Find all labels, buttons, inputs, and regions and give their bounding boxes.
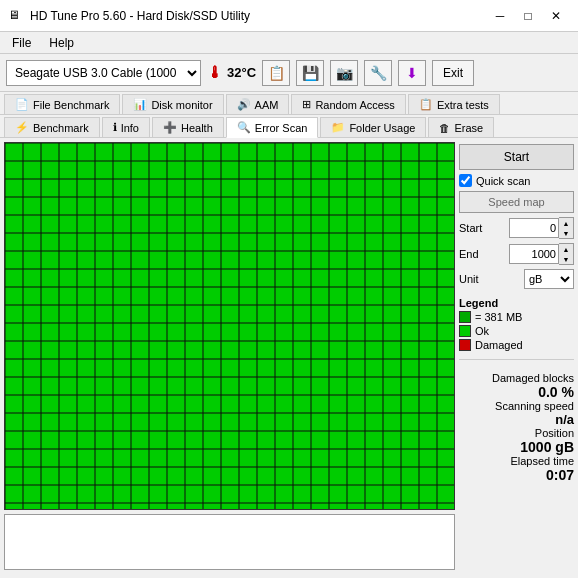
legend-label-0: = 381 MB bbox=[475, 311, 522, 323]
window-controls: ─ □ ✕ bbox=[486, 6, 570, 26]
position-value: 1000 gB bbox=[459, 439, 574, 455]
legend-item-0: = 381 MB bbox=[459, 311, 574, 323]
elapsed-time-label: Elapsed time bbox=[459, 455, 574, 467]
tab-random-access[interactable]: ⊞ Random Access bbox=[291, 94, 405, 114]
end-label: End bbox=[459, 248, 479, 260]
legend-color-2 bbox=[459, 339, 471, 351]
quick-scan-row: Quick scan bbox=[459, 174, 574, 187]
unit-label: Unit bbox=[459, 273, 479, 285]
legend-title: Legend bbox=[459, 297, 574, 309]
tabs-row-1: 📄 File Benchmark 📊 Disk monitor 🔊 AAM ⊞ … bbox=[0, 92, 578, 115]
title-bar: 🖥 HD Tune Pro 5.60 - Hard Disk/SSD Utili… bbox=[0, 0, 578, 32]
app-icon: 🖥 bbox=[8, 8, 24, 24]
start-input-group: ▲ ▼ bbox=[509, 217, 574, 239]
aam-icon: 🔊 bbox=[237, 98, 251, 111]
error-scan-icon: 🔍 bbox=[237, 121, 251, 134]
tab-folder-usage[interactable]: 📁 Folder Usage bbox=[320, 117, 426, 137]
info-icon: ℹ bbox=[113, 121, 117, 134]
scan-grid: // We'll do this via inline SVG static c… bbox=[4, 142, 455, 510]
menu-help[interactable]: Help bbox=[41, 34, 82, 52]
damaged-blocks-label: Damaged blocks bbox=[459, 372, 574, 384]
start-spin-buttons: ▲ ▼ bbox=[559, 217, 574, 239]
legend-section: Legend = 381 MB Ok Damaged bbox=[459, 297, 574, 353]
quick-scan-label[interactable]: Quick scan bbox=[476, 175, 530, 187]
folder-usage-icon: 📁 bbox=[331, 121, 345, 134]
temperature-display: 🌡 32°C bbox=[207, 64, 256, 82]
start-label: Start bbox=[459, 222, 482, 234]
legend-color-0 bbox=[459, 311, 471, 323]
toolbar: Seagate USB 3.0 Cable (1000 gB) 🌡 32°C 📋… bbox=[0, 54, 578, 92]
tab-file-benchmark[interactable]: 📄 File Benchmark bbox=[4, 94, 120, 114]
menu-bar: File Help bbox=[0, 32, 578, 54]
end-spin-buttons: ▲ ▼ bbox=[559, 243, 574, 265]
scanning-speed-value: n/a bbox=[459, 412, 574, 427]
end-spin-down[interactable]: ▼ bbox=[559, 254, 573, 264]
divider-1 bbox=[459, 359, 574, 360]
erase-icon: 🗑 bbox=[439, 122, 450, 134]
unit-param-row: Unit gB MB LBA bbox=[459, 269, 574, 289]
quick-scan-checkbox[interactable] bbox=[459, 174, 472, 187]
tab-health[interactable]: ➕ Health bbox=[152, 117, 224, 137]
legend-label-2: Damaged bbox=[475, 339, 523, 351]
scanning-speed-label: Scanning speed bbox=[459, 400, 574, 412]
legend-label-1: Ok bbox=[475, 325, 489, 337]
info-icon-btn[interactable]: 📋 bbox=[262, 60, 290, 86]
elapsed-time-value: 0:07 bbox=[459, 467, 574, 483]
tab-aam[interactable]: 🔊 AAM bbox=[226, 94, 290, 114]
unit-selector[interactable]: gB MB LBA bbox=[524, 269, 574, 289]
close-button[interactable]: ✕ bbox=[542, 6, 570, 26]
legend-item-1: Ok bbox=[459, 325, 574, 337]
exit-button[interactable]: Exit bbox=[432, 60, 474, 86]
tab-erase[interactable]: 🗑 Erase bbox=[428, 117, 494, 137]
main-content: // We'll do this via inline SVG static c… bbox=[0, 138, 578, 574]
thermometer-icon: 🌡 bbox=[207, 64, 223, 82]
legend-color-1 bbox=[459, 325, 471, 337]
end-spin-up[interactable]: ▲ bbox=[559, 244, 573, 254]
chart-area: // We'll do this via inline SVG static c… bbox=[4, 142, 455, 570]
maximize-button[interactable]: □ bbox=[514, 6, 542, 26]
log-area bbox=[4, 514, 455, 570]
tabs-row-2: ⚡ Benchmark ℹ Info ➕ Health 🔍 Error Scan… bbox=[0, 115, 578, 138]
disk-icon-btn[interactable]: 💾 bbox=[296, 60, 324, 86]
download-icon-btn[interactable]: ⬇ bbox=[398, 60, 426, 86]
start-input[interactable] bbox=[509, 218, 559, 238]
tools-icon-btn[interactable]: 🔧 bbox=[364, 60, 392, 86]
start-param-row: Start ▲ ▼ bbox=[459, 217, 574, 239]
window-title: HD Tune Pro 5.60 - Hard Disk/SSD Utility bbox=[30, 9, 250, 23]
legend-item-2: Damaged bbox=[459, 339, 574, 351]
tab-benchmark[interactable]: ⚡ Benchmark bbox=[4, 117, 100, 137]
tab-info[interactable]: ℹ Info bbox=[102, 117, 150, 137]
drive-selector[interactable]: Seagate USB 3.0 Cable (1000 gB) bbox=[6, 60, 201, 86]
start-spin-down[interactable]: ▼ bbox=[559, 228, 573, 238]
health-icon: ➕ bbox=[163, 121, 177, 134]
right-panel: Start Quick scan Speed map Start ▲ ▼ End bbox=[459, 142, 574, 570]
start-spin-up[interactable]: ▲ bbox=[559, 218, 573, 228]
tab-error-scan[interactable]: 🔍 Error Scan bbox=[226, 117, 319, 138]
tab-extra-tests[interactable]: 📋 Extra tests bbox=[408, 94, 500, 114]
minimize-button[interactable]: ─ bbox=[486, 6, 514, 26]
menu-file[interactable]: File bbox=[4, 34, 39, 52]
tab-disk-monitor[interactable]: 📊 Disk monitor bbox=[122, 94, 223, 114]
start-button[interactable]: Start bbox=[459, 144, 574, 170]
end-input[interactable] bbox=[509, 244, 559, 264]
camera-icon-btn[interactable]: 📷 bbox=[330, 60, 358, 86]
extra-tests-icon: 📋 bbox=[419, 98, 433, 111]
position-label: Position bbox=[459, 427, 574, 439]
damaged-blocks-value: 0.0 % bbox=[459, 384, 574, 400]
random-access-icon: ⊞ bbox=[302, 98, 311, 111]
benchmark-icon: ⚡ bbox=[15, 121, 29, 134]
file-benchmark-icon: 📄 bbox=[15, 98, 29, 111]
end-input-group: ▲ ▼ bbox=[509, 243, 574, 265]
stats-section: Damaged blocks 0.0 % Scanning speed n/a … bbox=[459, 372, 574, 483]
end-param-row: End ▲ ▼ bbox=[459, 243, 574, 265]
temperature-value: 32°C bbox=[227, 65, 256, 80]
speed-map-button[interactable]: Speed map bbox=[459, 191, 574, 213]
disk-monitor-icon: 📊 bbox=[133, 98, 147, 111]
